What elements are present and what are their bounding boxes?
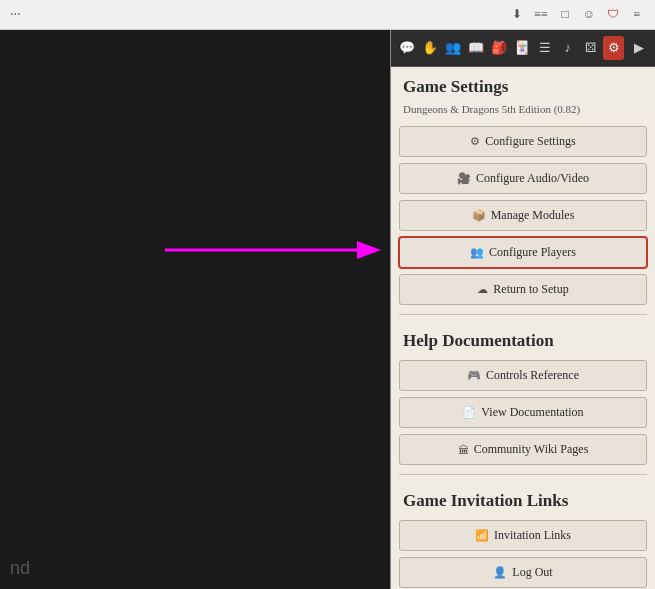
manage-modules-row: 📦 Manage Modules — [391, 197, 655, 234]
account-icon[interactable]: ☺ — [581, 7, 597, 23]
configure-settings-icon: ⚙ — [470, 135, 480, 148]
controls-reference-button[interactable]: 🎮 Controls Reference — [399, 360, 647, 391]
music-icon[interactable]: ♪ — [557, 36, 578, 60]
browser-dots: ··· — [10, 7, 21, 23]
return-to-setup-button[interactable]: ☁ Return to Setup — [399, 274, 647, 305]
tab-icon[interactable]: □ — [557, 7, 573, 23]
browser-icons-right: ⬇ ≡≡ □ ☺ 🛡 ≡ — [509, 7, 645, 23]
configure-players-button[interactable]: 👥 Configure Players — [399, 237, 647, 268]
toolbar-icons: 💬 ✋ 👥 📖 🎒 🃏 ☰ ♪ ⚄ ⚙ ▶ — [391, 30, 655, 67]
game-settings-title: Game Settings — [391, 67, 655, 103]
bag-icon[interactable]: 🎒 — [489, 36, 510, 60]
bookmarks-icon[interactable]: ≡≡ — [533, 7, 549, 23]
community-wiki-pages-button[interactable]: 🏛 Community Wiki Pages — [399, 434, 647, 465]
journal-icon[interactable]: 📖 — [466, 36, 487, 60]
bg-text: nd — [10, 558, 30, 579]
return-icon: ☁ — [477, 283, 488, 296]
audio-video-icon: 🎥 — [457, 172, 471, 185]
controls-icon: 🎮 — [467, 369, 481, 382]
invitation-links-row: 📶 Invitation Links — [391, 517, 655, 554]
invitation-links-button[interactable]: 📶 Invitation Links — [399, 520, 647, 551]
players-icon: 👥 — [470, 246, 484, 259]
configure-settings-row: ⚙ Configure Settings — [391, 123, 655, 160]
invitation-links-title: Game Invitation Links — [391, 481, 655, 517]
cards-icon[interactable]: 🃏 — [512, 36, 533, 60]
chat-icon[interactable]: 💬 — [397, 36, 418, 60]
dice-icon[interactable]: ⚄ — [580, 36, 601, 60]
documentation-icon: 📄 — [462, 406, 476, 419]
download-icon[interactable]: ⬇ — [509, 7, 525, 23]
log-out-row: 👤 Log Out — [391, 554, 655, 589]
view-documentation-row: 📄 View Documentation — [391, 394, 655, 431]
view-documentation-button[interactable]: 📄 View Documentation — [399, 397, 647, 428]
panel-content: Game Settings Dungeons & Dragons 5th Edi… — [391, 67, 655, 589]
configure-players-row: 👥 Configure Players — [391, 234, 655, 271]
list-icon[interactable]: ☰ — [534, 36, 555, 60]
browser-chrome: ··· ⬇ ≡≡ □ ☺ 🛡 ≡ — [0, 0, 655, 30]
log-out-button[interactable]: 👤 Log Out — [399, 557, 647, 588]
controls-reference-row: 🎮 Controls Reference — [391, 357, 655, 394]
manage-modules-button[interactable]: 📦 Manage Modules — [399, 200, 647, 231]
separator-2 — [399, 474, 647, 475]
wifi-icon: 📶 — [475, 529, 489, 542]
shield-icon[interactable]: 🛡 — [605, 7, 621, 23]
hand-icon[interactable]: ✋ — [420, 36, 441, 60]
settings-gear-icon[interactable]: ⚙ — [603, 36, 624, 60]
game-subtitle: Dungeons & Dragons 5th Edition (0.82) — [391, 103, 655, 123]
expand-icon[interactable]: ▶ — [628, 36, 649, 60]
game-background: nd — [0, 30, 390, 589]
configure-settings-button[interactable]: ⚙ Configure Settings — [399, 126, 647, 157]
separator-1 — [399, 314, 647, 315]
community-wiki-pages-row: 🏛 Community Wiki Pages — [391, 431, 655, 468]
return-to-setup-row: ☁ Return to Setup — [391, 271, 655, 308]
logout-icon: 👤 — [493, 566, 507, 579]
modules-icon: 📦 — [472, 209, 486, 222]
configure-audio-video-row: 🎥 Configure Audio/Video — [391, 160, 655, 197]
users-icon[interactable]: 👥 — [443, 36, 464, 60]
configure-audio-video-button[interactable]: 🎥 Configure Audio/Video — [399, 163, 647, 194]
help-documentation-title: Help Documentation — [391, 321, 655, 357]
browser-menu-dots: ··· — [10, 7, 21, 23]
wiki-icon: 🏛 — [458, 444, 469, 456]
right-panel: 💬 ✋ 👥 📖 🎒 🃏 ☰ ♪ ⚄ ⚙ ▶ Game Settings Dung… — [390, 30, 655, 589]
menu-icon[interactable]: ≡ — [629, 7, 645, 23]
